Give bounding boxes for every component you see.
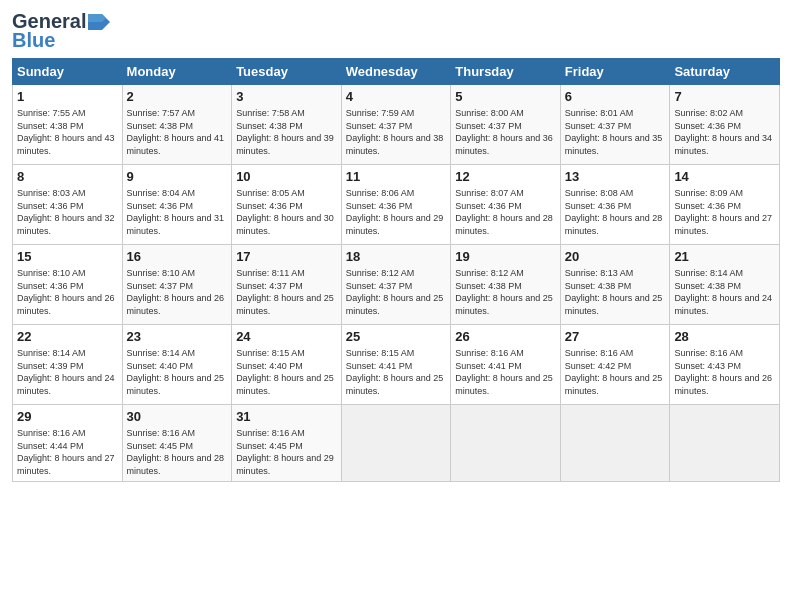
sunrise-label: Sunrise: 7:57 AM — [127, 108, 196, 118]
day-number: 17 — [236, 248, 337, 266]
sunset-label: Sunset: 4:36 PM — [565, 201, 632, 211]
day-number: 22 — [17, 328, 118, 346]
daylight-label: Daylight: 8 hours and 30 minutes. — [236, 213, 334, 236]
sunrise-label: Sunrise: 8:16 AM — [565, 348, 634, 358]
daylight-label: Daylight: 8 hours and 25 minutes. — [236, 373, 334, 396]
day-number: 20 — [565, 248, 666, 266]
table-cell: 22Sunrise: 8:14 AMSunset: 4:39 PMDayligh… — [13, 325, 123, 405]
sunset-label: Sunset: 4:37 PM — [346, 281, 413, 291]
daylight-label: Daylight: 8 hours and 28 minutes. — [455, 213, 553, 236]
day-number: 29 — [17, 408, 118, 426]
sunrise-label: Sunrise: 8:13 AM — [565, 268, 634, 278]
sunrise-label: Sunrise: 8:16 AM — [455, 348, 524, 358]
table-cell: 30Sunrise: 8:16 AMSunset: 4:45 PMDayligh… — [122, 405, 232, 482]
day-number: 19 — [455, 248, 556, 266]
sunset-label: Sunset: 4:41 PM — [455, 361, 522, 371]
sunset-label: Sunset: 4:36 PM — [127, 201, 194, 211]
table-cell: 15Sunrise: 8:10 AMSunset: 4:36 PMDayligh… — [13, 245, 123, 325]
table-cell: 31Sunrise: 8:16 AMSunset: 4:45 PMDayligh… — [232, 405, 342, 482]
daylight-label: Daylight: 8 hours and 27 minutes. — [674, 213, 772, 236]
table-cell — [670, 405, 780, 482]
sunrise-label: Sunrise: 8:01 AM — [565, 108, 634, 118]
day-number: 3 — [236, 88, 337, 106]
sunset-label: Sunset: 4:36 PM — [346, 201, 413, 211]
sunset-label: Sunset: 4:38 PM — [565, 281, 632, 291]
sunset-label: Sunset: 4:36 PM — [455, 201, 522, 211]
sunrise-label: Sunrise: 8:14 AM — [674, 268, 743, 278]
sunrise-label: Sunrise: 7:59 AM — [346, 108, 415, 118]
header: General Blue — [12, 10, 780, 52]
day-number: 8 — [17, 168, 118, 186]
sunrise-label: Sunrise: 8:03 AM — [17, 188, 86, 198]
sunrise-label: Sunrise: 8:12 AM — [455, 268, 524, 278]
sunset-label: Sunset: 4:45 PM — [127, 441, 194, 451]
daylight-label: Daylight: 8 hours and 25 minutes. — [127, 373, 225, 396]
day-number: 6 — [565, 88, 666, 106]
logo: General Blue — [12, 10, 110, 52]
daylight-label: Daylight: 8 hours and 25 minutes. — [346, 293, 444, 316]
sunrise-label: Sunrise: 8:14 AM — [17, 348, 86, 358]
sunset-label: Sunset: 4:42 PM — [565, 361, 632, 371]
col-monday: Monday — [122, 59, 232, 85]
sunset-label: Sunset: 4:36 PM — [674, 121, 741, 131]
sunset-label: Sunset: 4:37 PM — [127, 281, 194, 291]
daylight-label: Daylight: 8 hours and 24 minutes. — [674, 293, 772, 316]
header-row: Sunday Monday Tuesday Wednesday Thursday… — [13, 59, 780, 85]
daylight-label: Daylight: 8 hours and 25 minutes. — [455, 293, 553, 316]
daylight-label: Daylight: 8 hours and 24 minutes. — [17, 373, 115, 396]
table-cell: 23Sunrise: 8:14 AMSunset: 4:40 PMDayligh… — [122, 325, 232, 405]
sunrise-label: Sunrise: 8:02 AM — [674, 108, 743, 118]
day-number: 5 — [455, 88, 556, 106]
table-cell: 18Sunrise: 8:12 AMSunset: 4:37 PMDayligh… — [341, 245, 451, 325]
table-cell: 6Sunrise: 8:01 AMSunset: 4:37 PMDaylight… — [560, 85, 670, 165]
sunset-label: Sunset: 4:37 PM — [236, 281, 303, 291]
daylight-label: Daylight: 8 hours and 39 minutes. — [236, 133, 334, 156]
sunrise-label: Sunrise: 8:00 AM — [455, 108, 524, 118]
daylight-label: Daylight: 8 hours and 28 minutes. — [565, 213, 663, 236]
daylight-label: Daylight: 8 hours and 25 minutes. — [236, 293, 334, 316]
table-cell: 13Sunrise: 8:08 AMSunset: 4:36 PMDayligh… — [560, 165, 670, 245]
day-number: 14 — [674, 168, 775, 186]
day-number: 26 — [455, 328, 556, 346]
table-cell — [341, 405, 451, 482]
table-cell: 27Sunrise: 8:16 AMSunset: 4:42 PMDayligh… — [560, 325, 670, 405]
table-cell — [451, 405, 561, 482]
sunrise-label: Sunrise: 8:10 AM — [17, 268, 86, 278]
table-cell — [560, 405, 670, 482]
daylight-label: Daylight: 8 hours and 36 minutes. — [455, 133, 553, 156]
sunrise-label: Sunrise: 7:58 AM — [236, 108, 305, 118]
col-saturday: Saturday — [670, 59, 780, 85]
sunset-label: Sunset: 4:36 PM — [674, 201, 741, 211]
daylight-label: Daylight: 8 hours and 41 minutes. — [127, 133, 225, 156]
day-number: 13 — [565, 168, 666, 186]
table-cell: 26Sunrise: 8:16 AMSunset: 4:41 PMDayligh… — [451, 325, 561, 405]
day-number: 30 — [127, 408, 228, 426]
calendar-table: Sunday Monday Tuesday Wednesday Thursday… — [12, 58, 780, 482]
day-number: 18 — [346, 248, 447, 266]
day-number: 24 — [236, 328, 337, 346]
sunrise-label: Sunrise: 8:16 AM — [236, 428, 305, 438]
table-cell: 8Sunrise: 8:03 AMSunset: 4:36 PMDaylight… — [13, 165, 123, 245]
daylight-label: Daylight: 8 hours and 32 minutes. — [17, 213, 115, 236]
sunrise-label: Sunrise: 8:16 AM — [674, 348, 743, 358]
logo-blue: Blue — [12, 29, 55, 52]
sunset-label: Sunset: 4:41 PM — [346, 361, 413, 371]
sunrise-label: Sunrise: 8:14 AM — [127, 348, 196, 358]
sunset-label: Sunset: 4:40 PM — [236, 361, 303, 371]
table-cell: 16Sunrise: 8:10 AMSunset: 4:37 PMDayligh… — [122, 245, 232, 325]
col-sunday: Sunday — [13, 59, 123, 85]
daylight-label: Daylight: 8 hours and 27 minutes. — [17, 453, 115, 476]
daylight-label: Daylight: 8 hours and 29 minutes. — [236, 453, 334, 476]
table-cell: 4Sunrise: 7:59 AMSunset: 4:37 PMDaylight… — [341, 85, 451, 165]
daylight-label: Daylight: 8 hours and 28 minutes. — [127, 453, 225, 476]
table-cell: 3Sunrise: 7:58 AMSunset: 4:38 PMDaylight… — [232, 85, 342, 165]
col-wednesday: Wednesday — [341, 59, 451, 85]
sunset-label: Sunset: 4:36 PM — [236, 201, 303, 211]
sunset-label: Sunset: 4:38 PM — [674, 281, 741, 291]
sunrise-label: Sunrise: 8:05 AM — [236, 188, 305, 198]
sunset-label: Sunset: 4:38 PM — [236, 121, 303, 131]
table-cell: 14Sunrise: 8:09 AMSunset: 4:36 PMDayligh… — [670, 165, 780, 245]
table-cell: 2Sunrise: 7:57 AMSunset: 4:38 PMDaylight… — [122, 85, 232, 165]
col-thursday: Thursday — [451, 59, 561, 85]
daylight-label: Daylight: 8 hours and 35 minutes. — [565, 133, 663, 156]
